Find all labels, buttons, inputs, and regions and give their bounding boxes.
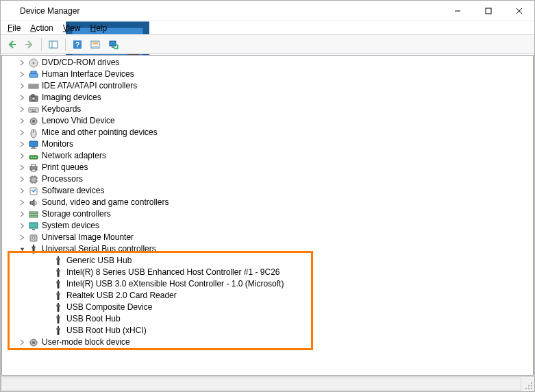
tree-category[interactable]: Sound, video and game controllers xyxy=(2,197,533,208)
usb-icon xyxy=(53,279,64,290)
tree-node-label: Realtek USB 2.0 Card Reader xyxy=(66,290,177,302)
chevron-right-icon[interactable] xyxy=(17,221,27,231)
expander-spacer xyxy=(42,326,51,336)
toolbar-back-button[interactable] xyxy=(3,37,20,52)
chevron-right-icon[interactable] xyxy=(17,58,27,68)
usb-icon xyxy=(53,314,64,325)
tree-category[interactable]: Imaging devices xyxy=(2,92,533,103)
chevron-right-icon[interactable] xyxy=(17,151,27,161)
toolbar-scan-button[interactable] xyxy=(105,37,121,52)
sound-icon xyxy=(28,197,39,208)
chevron-right-icon[interactable] xyxy=(17,338,27,347)
tree-node-label: System devices xyxy=(42,220,99,232)
minimize-button[interactable] xyxy=(442,1,473,21)
tree-category[interactable]: DVD/CD-ROM drives xyxy=(2,57,533,69)
tree-category[interactable]: Universal Image Mounter xyxy=(2,232,533,243)
toolbar-help-button[interactable]: ? xyxy=(69,37,86,52)
chevron-right-icon[interactable] xyxy=(17,198,27,208)
tree-node-label: Mice and other pointing devices xyxy=(42,127,158,138)
tree-item[interactable]: Intel(R) 8 Series USB Enhanced Host Cont… xyxy=(2,267,533,278)
tree-category[interactable]: Print queues xyxy=(2,162,533,173)
tree-category[interactable]: Software devices xyxy=(2,185,533,197)
chevron-right-icon[interactable] xyxy=(17,186,27,196)
toolbar-showtree-button[interactable] xyxy=(45,37,62,52)
tree-item[interactable]: USB Root Hub xyxy=(2,313,533,325)
chevron-right-icon[interactable] xyxy=(17,210,27,219)
resize-grip-icon[interactable] xyxy=(522,377,534,391)
tree-node-label: Generic USB Hub xyxy=(66,255,132,267)
svg-point-74 xyxy=(531,388,532,389)
usb-icon xyxy=(28,244,39,255)
window-title: Device Manager xyxy=(20,6,442,16)
device-tree[interactable]: DVD/CD-ROM drivesHuman Interface Devices… xyxy=(1,55,534,376)
tree-category[interactable]: Monitors xyxy=(2,138,533,150)
menu-action[interactable]: Action xyxy=(26,23,57,34)
svg-rect-60 xyxy=(49,41,58,48)
ide-icon xyxy=(28,81,39,92)
chevron-right-icon[interactable] xyxy=(17,175,27,184)
tree-category[interactable]: Universal Serial Bus controllers xyxy=(2,243,533,255)
tree-node-label: IDE ATA/ATAPI controllers xyxy=(42,80,137,92)
tree-item[interactable]: USB Composite Device xyxy=(2,302,533,313)
tree-node-label: USB Root Hub (xHCI) xyxy=(66,325,147,336)
tree-category[interactable]: IDE ATA/ATAPI controllers xyxy=(2,80,533,92)
expander-spacer xyxy=(42,291,51,301)
status-cell xyxy=(1,378,521,391)
tree-category[interactable]: Lenovo Vhid Device xyxy=(2,115,533,127)
menu-file[interactable]: File xyxy=(3,23,25,34)
chevron-right-icon[interactable] xyxy=(17,82,27,91)
chevron-right-icon[interactable] xyxy=(17,128,27,138)
chevron-right-icon[interactable] xyxy=(17,70,27,79)
camera-icon xyxy=(28,93,39,103)
tree-item[interactable]: USB Root Hub (xHCI) xyxy=(2,325,533,336)
tree-node-label: User-mode block device xyxy=(42,336,130,348)
toolbar: ? xyxy=(1,35,534,54)
svg-point-77 xyxy=(525,388,527,389)
maximize-button[interactable] xyxy=(473,1,503,21)
tree-node-label: Intel(R) 8 Series USB Enhanced Host Cont… xyxy=(66,267,279,278)
close-button[interactable] xyxy=(503,1,534,21)
window-controls xyxy=(442,1,534,21)
svg-point-75 xyxy=(528,385,530,387)
tree-category[interactable]: Processors xyxy=(2,173,533,185)
tree-node-label: Lenovo Vhid Device xyxy=(42,115,115,127)
tree-node-label: Keyboards xyxy=(42,103,81,115)
tree-item[interactable]: Realtek USB 2.0 Card Reader xyxy=(2,290,533,302)
svg-rect-57 xyxy=(486,8,491,14)
chevron-right-icon[interactable] xyxy=(17,163,27,173)
tree-category[interactable]: Human Interface Devices xyxy=(2,69,533,80)
disk-icon xyxy=(28,232,39,243)
svg-rect-67 xyxy=(92,46,98,47)
chevron-right-icon[interactable] xyxy=(17,93,27,103)
printer-icon xyxy=(28,162,39,173)
menu-help[interactable]: Help xyxy=(86,23,112,34)
tree-node-label: Processors xyxy=(42,173,83,185)
svg-point-73 xyxy=(531,385,532,387)
tree-item[interactable]: Intel(R) USB 3.0 eXtensible Host Control… xyxy=(2,278,533,290)
disc-icon xyxy=(28,58,39,69)
gear-icon xyxy=(28,116,39,127)
tree-node-label: USB Composite Device xyxy=(66,302,152,313)
tree-category[interactable]: Keyboards xyxy=(2,103,533,115)
tree-category[interactable]: Storage controllers xyxy=(2,208,533,220)
chevron-right-icon[interactable] xyxy=(17,117,27,126)
keyboard-icon xyxy=(28,104,39,115)
tree-node-label: Universal Image Mounter xyxy=(42,232,134,243)
tree-category[interactable]: Mice and other pointing devices xyxy=(2,127,533,138)
cpu-icon xyxy=(28,174,39,185)
chevron-right-icon[interactable] xyxy=(17,233,27,243)
tree-category[interactable]: User-mode block device xyxy=(2,336,533,348)
tree-node-label: Network adapters xyxy=(42,150,106,162)
svg-point-76 xyxy=(528,388,530,389)
chevron-right-icon[interactable] xyxy=(17,105,27,114)
toolbar-forward-button[interactable] xyxy=(21,37,38,52)
tree-item[interactable]: Generic USB Hub xyxy=(2,255,533,267)
tree-node-label: Monitors xyxy=(42,138,73,150)
tree-category[interactable]: System devices xyxy=(2,220,533,232)
usb-icon xyxy=(53,267,64,278)
menu-view[interactable]: View xyxy=(59,23,85,34)
chevron-down-icon[interactable] xyxy=(17,245,27,254)
chevron-right-icon[interactable] xyxy=(17,140,27,149)
toolbar-properties-button[interactable] xyxy=(87,37,103,52)
tree-category[interactable]: Network adapters xyxy=(2,150,533,162)
